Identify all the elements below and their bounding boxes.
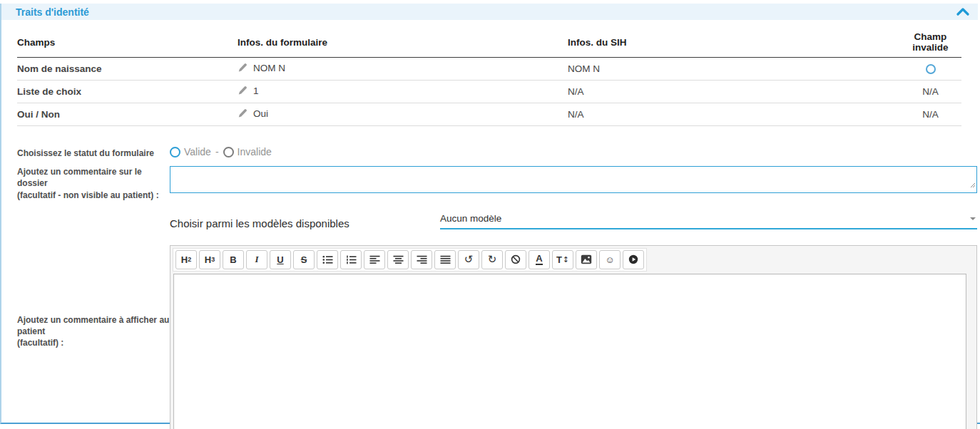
updown-arrows-icon: ↕ [563, 255, 569, 264]
invalid-cell: N/A [899, 81, 961, 103]
dossier-comment-textarea[interactable] [170, 166, 977, 193]
radio-option-invalide[interactable]: Invalide [223, 146, 272, 157]
template-select[interactable]: Aucun modèle [440, 213, 977, 229]
align-right-icon [417, 255, 427, 264]
template-select-label: Choisir parmi les modèles disponibles [170, 217, 440, 229]
ban-icon [511, 254, 521, 264]
status-options: Valide - Invalide [170, 146, 977, 157]
remove-format-button[interactable] [505, 250, 526, 269]
radio-valide-icon[interactable] [170, 147, 180, 157]
align-center-button[interactable] [387, 250, 409, 269]
form-value: 1 [253, 86, 259, 96]
table-row: Nom de naissance NOM N NOM N [17, 58, 961, 81]
radio-valide-label: Valide [184, 146, 211, 157]
chevron-up-icon [956, 8, 969, 16]
pencil-icon[interactable] [238, 108, 247, 120]
redo-button[interactable]: ↻ [481, 250, 503, 269]
status-row: Choisissez le statut du formulaire Valid… [1, 148, 980, 159]
strikethrough-button[interactable]: S [293, 250, 315, 269]
field-name: Oui / Non [17, 103, 238, 126]
resize-handle-icon[interactable] [969, 178, 976, 191]
text-size-button[interactable]: T↕ [552, 250, 573, 269]
patient-comment-label: Ajoutez un commentaire à afficher au pat… [1, 245, 170, 349]
form-value: Oui [253, 108, 268, 119]
invalid-cell [899, 58, 961, 81]
table-row: Oui / Non Oui N/A N/A [17, 103, 961, 126]
template-select-row: Choisir parmi les modèles disponibles Au… [1, 213, 980, 229]
image-icon [581, 254, 592, 264]
bullet-list-icon [322, 255, 333, 264]
align-left-icon [369, 255, 380, 264]
sih-value: N/A [568, 81, 899, 103]
radio-invalide-icon[interactable] [223, 147, 234, 157]
column-header-infos-sih: Infos. du SIH [568, 29, 899, 58]
pencil-icon[interactable] [238, 86, 247, 98]
insert-video-button[interactable] [623, 250, 644, 269]
align-right-button[interactable] [411, 250, 432, 269]
sih-value: NOM N [568, 58, 899, 81]
ordered-list-button[interactable] [340, 250, 362, 269]
dossier-comment-row: Ajoutez un commentaire sur le dossier (f… [1, 166, 980, 201]
field-name: Nom de naissance [17, 58, 238, 81]
radio-invalide-label: Invalide [238, 146, 272, 157]
align-justify-button[interactable] [434, 250, 456, 269]
dossier-comment-label: Ajoutez un commentaire sur le dossier (f… [1, 166, 170, 201]
form-value-cell: Oui [238, 103, 568, 126]
italic-button[interactable]: I [246, 250, 267, 269]
options-separator: - [215, 146, 219, 157]
table-row: Liste de choix 1 N/A N/A [17, 81, 961, 103]
champ-invalide-radio[interactable] [926, 64, 936, 74]
heading3-button[interactable]: H3 [199, 250, 220, 269]
column-header-champs: Champs [17, 29, 238, 58]
insert-image-button[interactable] [576, 250, 597, 269]
pencil-icon[interactable] [238, 63, 247, 75]
form-value-cell: 1 [238, 81, 568, 103]
invalid-cell: N/A [899, 103, 961, 126]
rich-text-editor: H2 H3 B I U S [170, 245, 977, 429]
align-center-icon [393, 255, 404, 264]
panel-title: Traits d'identité [16, 6, 89, 18]
unordered-list-button[interactable] [317, 250, 338, 269]
editor-toolbar: H2 H3 B I U S [173, 248, 647, 272]
heading2-button[interactable]: H2 [175, 250, 197, 269]
column-header-champ-invalide: Champ invalide [899, 29, 961, 58]
align-justify-icon [440, 255, 451, 264]
sih-value: N/A [568, 103, 899, 126]
underline-button[interactable]: U [270, 250, 291, 269]
column-header-infos-formulaire: Infos. du formulaire [238, 29, 568, 58]
play-icon [628, 254, 638, 264]
caret-down-icon [970, 217, 976, 220]
bold-button[interactable]: B [223, 250, 244, 269]
form-value-cell: NOM N [238, 58, 568, 81]
field-name: Liste de choix [17, 81, 238, 103]
status-label: Choisissez le statut du formulaire [1, 148, 170, 159]
collapse-section-button[interactable] [956, 8, 969, 16]
template-select-value: Aucun modèle [440, 213, 501, 224]
table-header-row: Champs Infos. du formulaire Infos. du SI… [17, 29, 961, 58]
font-color-button[interactable]: A [529, 250, 550, 269]
traits-identite-panel: Traits d'identité Champs Infos. du formu… [0, 4, 980, 424]
patient-comment-row: Ajoutez un commentaire à afficher au pat… [1, 245, 980, 429]
align-left-button[interactable] [364, 250, 385, 269]
fields-table: Champs Infos. du formulaire Infos. du SI… [17, 29, 961, 126]
panel-header: Traits d'identité [1, 4, 978, 20]
numbered-list-icon [346, 255, 357, 264]
undo-button[interactable]: ↺ [458, 250, 479, 269]
radio-option-valide[interactable]: Valide [170, 146, 211, 157]
emoji-button[interactable]: ☺ [599, 250, 621, 269]
patient-comment-editor-area[interactable] [173, 274, 966, 429]
smiley-icon: ☺ [605, 254, 614, 265]
form-value: NOM N [253, 63, 285, 73]
